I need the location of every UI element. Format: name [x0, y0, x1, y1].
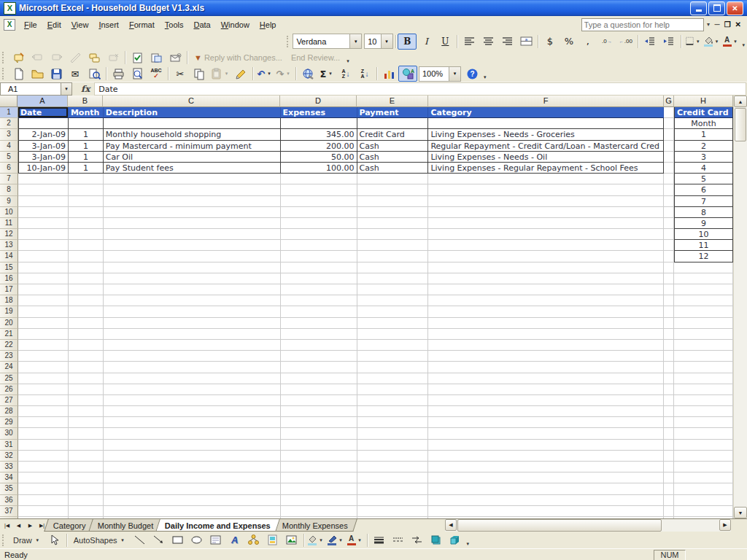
increase-indent-icon[interactable]	[659, 34, 678, 50]
copy-icon[interactable]	[190, 66, 209, 82]
cell-E33[interactable]	[357, 462, 429, 472]
cell-D16[interactable]	[281, 273, 357, 284]
cell-B13[interactable]	[69, 240, 104, 251]
cell-B12[interactable]	[69, 229, 104, 240]
cell-F11[interactable]	[428, 218, 664, 229]
row-header-28[interactable]: 28	[0, 406, 18, 417]
cell-F22[interactable]	[428, 340, 664, 351]
row-header-33[interactable]: 33	[0, 462, 18, 472]
menu-window[interactable]: Window	[216, 18, 255, 31]
cell-C30[interactable]	[104, 428, 281, 439]
cell-G29[interactable]	[664, 417, 674, 428]
cell-C34[interactable]	[104, 472, 281, 483]
cell-H35[interactable]	[674, 483, 733, 494]
cell-B35[interactable]	[69, 483, 104, 494]
line-style-icon[interactable]	[370, 532, 389, 548]
cell-E6[interactable]: Cash	[357, 163, 429, 174]
borders-dropdown-icon[interactable]: ▾	[695, 39, 700, 44]
cell-C16[interactable]	[104, 273, 281, 284]
autosum-icon[interactable]: Σ▾	[317, 66, 336, 82]
cell-G35[interactable]	[664, 483, 674, 494]
cell-H37[interactable]	[674, 506, 733, 517]
column-header-H[interactable]: H	[674, 96, 733, 107]
cell-C5[interactable]: Car Oil	[104, 152, 281, 163]
cell-E21[interactable]	[357, 329, 429, 340]
cell-H27[interactable]	[674, 395, 733, 406]
toolbar-grip[interactable]	[287, 36, 290, 47]
row-header-29[interactable]: 29	[0, 417, 18, 428]
cell-E28[interactable]	[357, 406, 429, 417]
cell-A36[interactable]	[18, 495, 69, 506]
cell-G36[interactable]	[664, 495, 674, 506]
cell-D15[interactable]	[281, 262, 357, 273]
print-preview-icon[interactable]	[128, 66, 147, 82]
cell-H31[interactable]	[674, 440, 733, 451]
row-header-8[interactable]: 8	[0, 184, 18, 195]
cell-F13[interactable]	[428, 240, 664, 251]
minimize-button[interactable]	[690, 1, 707, 15]
close-button[interactable]: ✕	[727, 1, 743, 15]
row-header-27[interactable]: 27	[0, 395, 18, 406]
spelling-icon[interactable]: ABC✓	[147, 66, 166, 82]
cell-F28[interactable]	[428, 406, 664, 417]
menu-view[interactable]: View	[66, 18, 94, 31]
cell-H34[interactable]	[674, 472, 733, 483]
new-document-icon[interactable]	[9, 66, 28, 82]
menu-help[interactable]: Help	[255, 18, 282, 31]
cell-F24[interactable]	[428, 362, 664, 373]
select-all-corner[interactable]	[0, 96, 18, 107]
cell-C7[interactable]	[104, 174, 281, 184]
cell-B28[interactable]	[69, 406, 104, 417]
autosum-dropdown-icon[interactable]: ▾	[327, 71, 333, 77]
cell-D7[interactable]	[281, 174, 357, 184]
horizontal-scroll-thumb[interactable]	[457, 519, 662, 532]
cell-G27[interactable]	[664, 395, 674, 406]
row-header-11[interactable]: 11	[0, 218, 18, 229]
cell-C8[interactable]	[104, 184, 281, 195]
cell-B32[interactable]	[69, 451, 104, 462]
cell-B1[interactable]: Month	[69, 107, 104, 118]
cell-F20[interactable]	[428, 318, 664, 329]
oval-icon[interactable]	[187, 532, 206, 548]
zoom-combo[interactable]: 100% ▾	[419, 66, 461, 82]
tab-daily-income-and-expenses[interactable]: Daily Income and Expenses	[155, 519, 279, 532]
cell-C9[interactable]	[104, 196, 281, 207]
cell-A23[interactable]	[18, 351, 69, 362]
cell-A29[interactable]	[18, 417, 69, 428]
cell-G10[interactable]	[664, 207, 674, 218]
row-header-1[interactable]: 1	[0, 107, 18, 118]
font-name-combo[interactable]: Verdana ▾	[293, 34, 362, 49]
toolbar-options-icon[interactable]: ▾	[740, 42, 747, 48]
cell-D13[interactable]	[281, 240, 357, 251]
cell-F30[interactable]	[428, 428, 664, 439]
cell-E29[interactable]	[357, 417, 429, 428]
cell-F19[interactable]	[428, 306, 664, 317]
cell-B31[interactable]	[69, 440, 104, 451]
column-header-D[interactable]: D	[280, 96, 357, 107]
cell-H10[interactable]: 8	[674, 207, 733, 218]
toolbar-grip[interactable]	[2, 534, 6, 546]
cell-G13[interactable]	[664, 240, 674, 251]
cell-E18[interactable]	[357, 295, 429, 306]
cell-A10[interactable]	[18, 207, 69, 218]
mail-recipient-icon[interactable]	[166, 50, 185, 66]
tab-monthly-budget[interactable]: Monthly Budget	[88, 519, 163, 532]
cell-A4[interactable]: 3-Jan-09	[18, 141, 69, 152]
cell-C28[interactable]	[104, 406, 281, 417]
cell-C17[interactable]	[104, 284, 281, 295]
cell-B5[interactable]: 1	[69, 152, 104, 163]
cell-H13[interactable]: 11	[674, 240, 733, 251]
cell-G19[interactable]	[664, 306, 674, 317]
cell-H18[interactable]	[674, 295, 733, 306]
cell-D21[interactable]	[281, 329, 357, 340]
menu-edit[interactable]: Edit	[42, 18, 66, 31]
cell-H7[interactable]: 5	[674, 174, 733, 184]
draw-menu-button[interactable]: Draw▾	[9, 532, 45, 548]
cell-H16[interactable]	[674, 273, 733, 284]
cell-E36[interactable]	[357, 495, 429, 506]
draw-fill-color-icon[interactable]: ▾	[306, 532, 326, 548]
cell-D31[interactable]	[281, 440, 357, 451]
align-left-icon[interactable]	[460, 34, 479, 50]
cell-B33[interactable]	[69, 462, 104, 472]
row-header-6[interactable]: 6	[0, 163, 18, 174]
